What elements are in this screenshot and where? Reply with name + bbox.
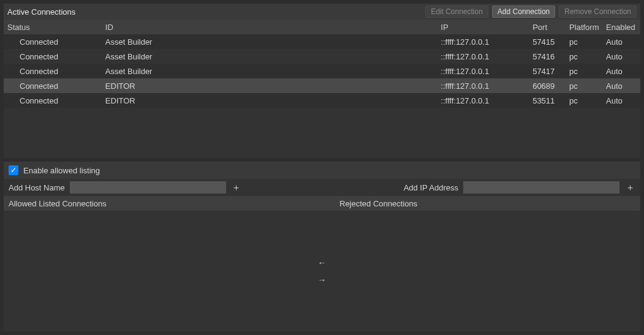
table-row[interactable]: ConnectedEDITOR::ffff:127.0.0.160689pcAu… [4, 78, 640, 93]
cell-ip: ::ffff:127.0.0.1 [441, 37, 532, 47]
add-ip-input[interactable] [463, 181, 619, 194]
panel-title: Active Connections [7, 7, 422, 17]
connections-table-header: Status ID IP Port Platform Enabled [4, 20, 640, 34]
table-row[interactable]: ConnectedAsset Builder::ffff:127.0.0.157… [4, 64, 640, 78]
cell-enabled: Auto [606, 81, 637, 91]
add-host-button[interactable]: ＋ [231, 182, 242, 193]
arrow-left-icon: ← [318, 258, 327, 268]
col-header-status[interactable]: Status [7, 23, 105, 32]
add-ip-label: Add IP Address [404, 183, 458, 192]
cell-port: 60689 [532, 81, 569, 91]
add-host-label: Add Host Name [9, 183, 65, 192]
table-row[interactable]: ConnectedAsset Builder::ffff:127.0.0.157… [4, 34, 640, 49]
col-header-enabled[interactable]: Enabled [606, 23, 637, 32]
cell-id: EDITOR [105, 96, 441, 105]
cell-enabled: Auto [606, 67, 637, 76]
arrow-right-icon: → [318, 275, 327, 285]
remove-connection-button[interactable]: Remove Connection [559, 6, 637, 18]
edit-connection-button[interactable]: Edit Connection [425, 6, 488, 18]
active-connections-panel: Active Connections Edit Connection Add C… [4, 4, 640, 158]
cell-id: EDITOR [105, 81, 441, 91]
plus-icon: ＋ [626, 182, 635, 194]
table-row[interactable]: ConnectedEDITOR::ffff:127.0.0.153511pcAu… [4, 93, 640, 108]
add-connection-button[interactable]: Add Connection [492, 6, 555, 18]
cell-status: Connected [7, 37, 105, 47]
cell-platform: pc [569, 67, 606, 76]
cell-ip: ::ffff:127.0.0.1 [441, 96, 532, 105]
col-header-id[interactable]: ID [105, 23, 441, 32]
cell-status: Connected [7, 96, 105, 105]
rejected-list-header: Rejected Connections [339, 199, 635, 208]
cell-status: Connected [7, 67, 105, 76]
enable-allowed-listing-row: ✓ Enable allowed listing [4, 162, 640, 179]
col-header-port[interactable]: Port [532, 23, 569, 32]
cell-id: Asset Builder [105, 37, 441, 47]
cell-id: Asset Builder [105, 67, 441, 76]
move-left-button[interactable]: ← [316, 257, 328, 269]
enable-allowed-listing-label: Enable allowed listing [23, 166, 100, 175]
add-host-ip-row: Add Host Name ＋ Add IP Address ＋ [4, 179, 640, 196]
add-host-input[interactable] [70, 181, 226, 194]
add-ip-button[interactable]: ＋ [624, 182, 635, 193]
transfer-arrows: ← → [310, 211, 335, 331]
check-icon: ✓ [10, 166, 17, 175]
enable-allowed-listing-checkbox[interactable]: ✓ [9, 165, 18, 175]
allowed-list-header: Allowed Listed Connections [9, 199, 315, 208]
cell-status: Connected [7, 81, 105, 91]
plus-icon: ＋ [232, 182, 241, 194]
move-right-button[interactable]: → [316, 274, 328, 286]
cell-port: 57415 [532, 37, 569, 47]
cell-enabled: Auto [606, 96, 637, 105]
rejected-list[interactable] [335, 211, 641, 331]
cell-platform: pc [569, 81, 606, 91]
cell-platform: pc [569, 96, 606, 105]
cell-port: 57416 [532, 52, 569, 61]
lists-body: ← → [4, 211, 640, 331]
col-header-ip[interactable]: IP [441, 23, 532, 32]
cell-port: 53511 [532, 96, 569, 105]
cell-id: Asset Builder [105, 52, 441, 61]
allowed-listing-panel: ✓ Enable allowed listing Add Host Name ＋… [4, 162, 640, 331]
table-row[interactable]: ConnectedAsset Builder::ffff:127.0.0.157… [4, 49, 640, 64]
cell-ip: ::ffff:127.0.0.1 [441, 67, 532, 76]
lists-header-row: Allowed Listed Connections Rejected Conn… [4, 196, 640, 211]
cell-port: 57417 [532, 67, 569, 76]
cell-ip: ::ffff:127.0.0.1 [441, 81, 532, 91]
active-connections-header: Active Connections Edit Connection Add C… [4, 4, 640, 20]
cell-platform: pc [569, 37, 606, 47]
cell-platform: pc [569, 52, 606, 61]
col-header-platform[interactable]: Platform [569, 23, 606, 32]
cell-enabled: Auto [606, 37, 637, 47]
cell-ip: ::ffff:127.0.0.1 [441, 52, 532, 61]
cell-enabled: Auto [606, 52, 637, 61]
connections-table-body: ConnectedAsset Builder::ffff:127.0.0.157… [4, 34, 640, 158]
cell-status: Connected [7, 52, 105, 61]
allowed-list[interactable] [4, 211, 310, 331]
